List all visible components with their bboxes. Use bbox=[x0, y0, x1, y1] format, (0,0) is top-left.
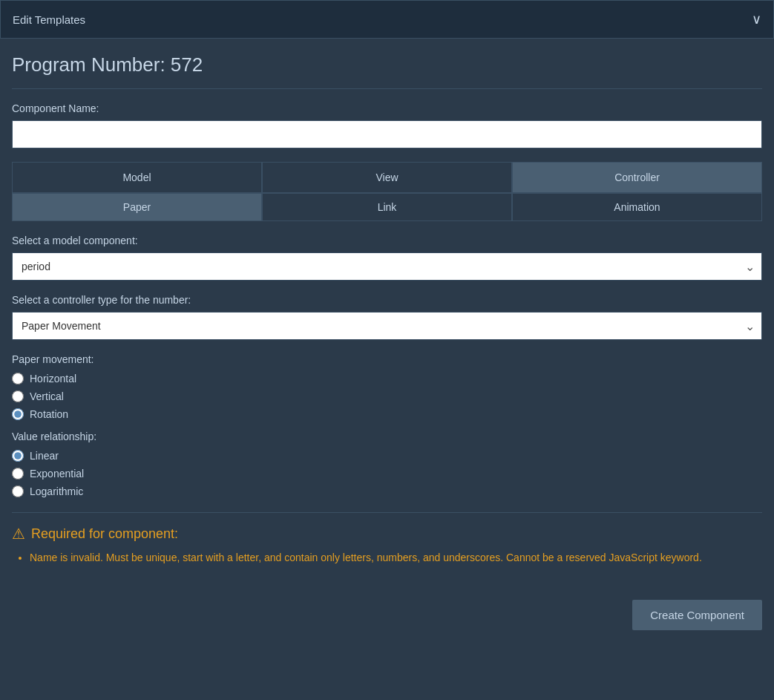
radio-rotation-label: Rotation bbox=[30, 408, 68, 420]
tab-view[interactable]: View bbox=[262, 162, 512, 193]
required-section: ⚠ Required for component: Name is invali… bbox=[12, 525, 762, 566]
tab-link[interactable]: Link bbox=[262, 193, 512, 221]
create-component-button[interactable]: Create Component bbox=[632, 600, 762, 630]
radio-logarithmic-label: Logarithmic bbox=[30, 485, 83, 497]
value-relationship-group: Linear Exponential Logarithmic bbox=[12, 450, 762, 497]
radio-horizontal-input[interactable] bbox=[12, 373, 24, 385]
program-title: Program Number: 572 bbox=[12, 53, 762, 76]
tabs-row-2: Paper Link Animation bbox=[12, 193, 762, 221]
tab-model[interactable]: Model bbox=[12, 162, 262, 193]
paper-movement-label: Paper movement: bbox=[12, 353, 762, 365]
model-component-label: Select a model component: bbox=[12, 235, 762, 246]
radio-exponential-input[interactable] bbox=[12, 468, 24, 480]
radio-linear-label: Linear bbox=[30, 450, 59, 462]
radio-linear[interactable]: Linear bbox=[12, 450, 762, 462]
radio-logarithmic-input[interactable] bbox=[12, 485, 24, 497]
edit-templates-label: Edit Templates bbox=[13, 13, 85, 26]
main-content: Program Number: 572 Component Name: Mode… bbox=[0, 39, 774, 592]
chevron-down-icon: ∨ bbox=[752, 11, 761, 27]
footer-area: Create Component bbox=[0, 592, 774, 642]
radio-horizontal-label: Horizontal bbox=[30, 373, 76, 385]
radio-linear-input[interactable] bbox=[12, 450, 24, 462]
radio-vertical[interactable]: Vertical bbox=[12, 390, 762, 402]
model-component-select[interactable]: period time amplitude frequency bbox=[12, 252, 762, 281]
radio-vertical-input[interactable] bbox=[12, 390, 24, 402]
radio-horizontal[interactable]: Horizontal bbox=[12, 373, 762, 385]
radio-rotation-input[interactable] bbox=[12, 408, 24, 420]
divider-2 bbox=[12, 512, 762, 513]
tab-animation[interactable]: Animation bbox=[512, 193, 762, 221]
component-name-input[interactable] bbox=[12, 120, 762, 148]
divider-1 bbox=[12, 88, 762, 89]
required-list: Name is invalid. Must be unique, start w… bbox=[12, 550, 762, 566]
tab-paper[interactable]: Paper bbox=[12, 193, 262, 221]
paper-movement-group: Horizontal Vertical Rotation bbox=[12, 373, 762, 420]
radio-logarithmic[interactable]: Logarithmic bbox=[12, 485, 762, 497]
required-title: ⚠ Required for component: bbox=[12, 525, 762, 543]
required-item-1: Name is invalid. Must be unique, start w… bbox=[30, 550, 762, 566]
required-title-text: Required for component: bbox=[31, 526, 178, 542]
controller-type-wrapper: Paper Movement Scale Opacity Color ⌄ bbox=[12, 312, 762, 340]
radio-exponential-label: Exponential bbox=[30, 468, 84, 480]
edit-templates-bar[interactable]: Edit Templates ∨ bbox=[0, 0, 774, 39]
controller-type-label: Select a controller type for the number: bbox=[12, 294, 762, 306]
warning-icon: ⚠ bbox=[12, 525, 25, 543]
model-component-wrapper: period time amplitude frequency ⌄ bbox=[12, 252, 762, 281]
radio-exponential[interactable]: Exponential bbox=[12, 468, 762, 480]
radio-rotation[interactable]: Rotation bbox=[12, 408, 762, 420]
component-name-label: Component Name: bbox=[12, 102, 762, 114]
tabs-row-1: Model View Controller bbox=[12, 162, 762, 193]
radio-vertical-label: Vertical bbox=[30, 390, 64, 402]
controller-type-select[interactable]: Paper Movement Scale Opacity Color bbox=[12, 312, 762, 340]
value-relationship-label: Value relationship: bbox=[12, 431, 762, 442]
tab-controller[interactable]: Controller bbox=[512, 162, 762, 193]
